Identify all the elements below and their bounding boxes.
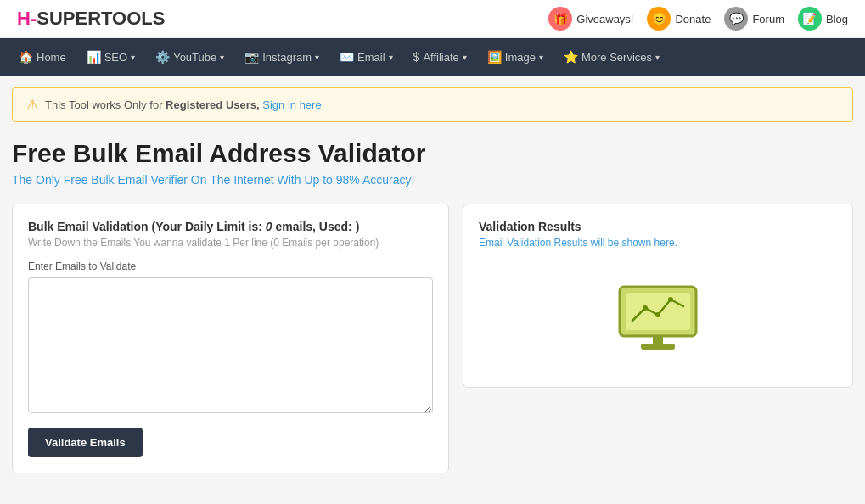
logo-prefix: H-	[17, 8, 37, 29]
bulk-section-subtitle: Write Down the Emails You wanna validate…	[28, 237, 433, 249]
nav-home[interactable]: 🏠 Home	[8, 38, 76, 76]
page-title: Free Bulk Email Address Validator	[12, 139, 853, 168]
more-services-icon: ⭐	[564, 50, 578, 64]
svg-point-3	[643, 305, 648, 311]
main-navbar: 🏠 Home 📊 SEO ▾ ⚙️ YouTube ▾ 📷 Instagram …	[0, 38, 865, 76]
nav-home-label: Home	[37, 51, 66, 64]
more-services-chevron: ▾	[655, 53, 660, 62]
two-col-layout: Bulk Email Validation (Your Daily Limit …	[12, 204, 853, 473]
result-title: Validation Results	[479, 220, 837, 233]
alert-icon: ⚠	[26, 97, 38, 113]
top-right-links: 🎁 Giveaways! 😊 Donate 💬 Forum 📝 Blog	[548, 7, 848, 31]
nav-more-services[interactable]: ⭐ More Services ▾	[553, 38, 670, 76]
forum-link[interactable]: 💬 Forum	[724, 7, 784, 31]
main-content: Free Bulk Email Address Validator The On…	[0, 122, 865, 490]
svg-point-4	[668, 297, 673, 302]
affiliate-chevron: ▾	[463, 53, 467, 62]
seo-icon: 📊	[87, 50, 101, 64]
nav-image-label: Image	[505, 51, 536, 64]
result-subtitle: Email Validation Results will be shown h…	[479, 237, 837, 249]
page-subtitle: The Only Free Bulk Email Verifier On The…	[12, 173, 853, 187]
donate-label: Donate	[675, 13, 711, 25]
top-header: H-SUPERTOOLS 🎁 Giveaways! 😊 Donate 💬 For…	[0, 0, 865, 38]
alert-text: This Tool works Only for Registered User…	[45, 98, 322, 111]
home-icon: 🏠	[19, 50, 33, 64]
alert-banner: ⚠ This Tool works Only for Registered Us…	[12, 87, 853, 122]
instagram-icon: 📷	[244, 50, 259, 64]
nav-email-label: Email	[357, 51, 385, 64]
blog-link[interactable]: 📝 Blog	[798, 7, 848, 31]
forum-label: Forum	[752, 13, 784, 25]
email-field-label: Enter Emails to Validate	[28, 260, 433, 272]
blog-label: Blog	[826, 13, 848, 25]
seo-chevron: ▾	[131, 53, 135, 62]
donate-icon: 😊	[647, 7, 671, 31]
nav-instagram-label: Instagram	[262, 51, 312, 64]
monitor-illustration	[479, 266, 837, 372]
svg-rect-1	[626, 293, 690, 330]
left-panel: Bulk Email Validation (Your Daily Limit …	[12, 204, 449, 473]
nav-youtube-label: YouTube	[173, 51, 216, 64]
validate-emails-button[interactable]: Validate Emails	[28, 428, 143, 457]
affiliate-icon: $	[413, 50, 420, 64]
image-chevron: ▾	[539, 53, 543, 62]
svg-rect-5	[653, 336, 663, 344]
sign-in-link[interactable]: Sign in here	[262, 98, 321, 111]
nav-email[interactable]: ✉️ Email ▾	[329, 38, 403, 76]
logo[interactable]: H-SUPERTOOLS	[17, 8, 165, 30]
blog-icon: 📝	[798, 7, 822, 31]
nav-youtube[interactable]: ⚙️ YouTube ▾	[145, 38, 234, 76]
bulk-section-title: Bulk Email Validation (Your Daily Limit …	[28, 220, 433, 233]
instagram-chevron: ▾	[315, 53, 319, 62]
nav-more-services-label: More Services	[581, 51, 652, 64]
image-icon: 🖼️	[487, 50, 502, 64]
nav-seo[interactable]: 📊 SEO ▾	[76, 38, 145, 76]
monitor-svg	[615, 283, 700, 355]
forum-icon: 💬	[724, 7, 748, 31]
youtube-icon: ⚙️	[155, 50, 170, 64]
giveaways-label: Giveaways!	[576, 13, 633, 25]
emails-textarea[interactable]	[28, 277, 433, 413]
svg-point-2	[655, 312, 660, 317]
email-icon: ✉️	[340, 50, 354, 64]
giveaways-link[interactable]: 🎁 Giveaways!	[548, 7, 633, 31]
nav-seo-label: SEO	[104, 51, 127, 64]
nav-image[interactable]: 🖼️ Image ▾	[477, 38, 553, 76]
logo-main: SUPERTOOLS	[37, 8, 165, 29]
youtube-chevron: ▾	[220, 53, 224, 62]
nav-instagram[interactable]: 📷 Instagram ▾	[234, 38, 329, 76]
svg-rect-6	[641, 344, 675, 350]
email-chevron: ▾	[389, 53, 393, 62]
donate-link[interactable]: 😊 Donate	[647, 7, 711, 31]
nav-affiliate-label: Affiliate	[423, 51, 458, 64]
gift-icon: 🎁	[548, 7, 572, 31]
nav-affiliate[interactable]: $ Affiliate ▾	[403, 38, 477, 76]
right-panel: Validation Results Email Validation Resu…	[463, 204, 853, 388]
